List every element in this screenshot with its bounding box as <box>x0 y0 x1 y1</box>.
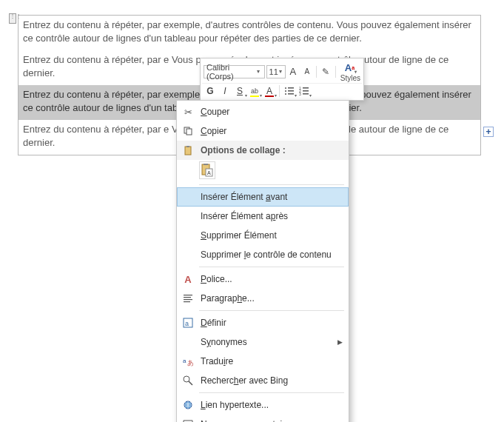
styles-button[interactable]: Aa▾ <box>343 61 356 74</box>
separator <box>199 184 344 185</box>
svg-rect-20 <box>184 295 192 295</box>
shrink-font-button[interactable]: A <box>300 65 313 78</box>
paragraph-icon <box>181 292 195 305</box>
svg-rect-7 <box>303 87 309 89</box>
chevron-down-icon: ▾ <box>278 68 283 75</box>
svg-rect-14 <box>185 147 191 155</box>
font-icon: A <box>181 272 195 286</box>
svg-rect-11 <box>303 93 309 95</box>
menu-cut[interactable]: ✂ Couper <box>177 102 349 121</box>
underline-button[interactable]: S▾ <box>233 84 246 98</box>
menu-new-comment[interactable]: Nouveau commentaire <box>177 415 349 422</box>
separator <box>316 66 317 78</box>
separator <box>199 310 344 311</box>
menu-copy[interactable]: Copier <box>177 121 349 141</box>
search-icon <box>181 374 195 387</box>
comment-icon <box>181 418 195 422</box>
svg-point-4 <box>285 93 286 95</box>
menu-synonyms[interactable]: Synonymes ▶ <box>177 332 349 352</box>
svg-point-0 <box>285 87 286 89</box>
content-item-1[interactable]: Entrez du contenu à répéter, par exemple… <box>19 16 480 50</box>
styles-label: Styles <box>339 74 360 82</box>
font-size-value: 11 <box>269 67 278 76</box>
separator <box>279 85 280 97</box>
font-size-dropdown[interactable]: 11 ▾ <box>266 65 286 78</box>
svg-rect-22 <box>184 299 192 300</box>
grow-font-button[interactable]: A <box>287 65 300 78</box>
font-color-button[interactable]: A ▾ <box>263 84 276 98</box>
svg-rect-13 <box>187 129 192 135</box>
menu-translate[interactable]: aあ Traduire <box>177 352 349 371</box>
separator <box>335 66 336 78</box>
font-family-dropdown[interactable]: Calibri (Corps) ▾ <box>204 65 265 78</box>
italic-button[interactable]: I <box>218 84 232 98</box>
highlight-button[interactable]: ab ▾ <box>248 84 261 98</box>
svg-rect-5 <box>288 93 294 95</box>
menu-delete-control[interactable]: Supprimer le contrôle de contenu <box>177 245 349 264</box>
svg-text:a: a <box>185 320 189 327</box>
mini-toolbar: Calibri (Corps) ▾ 11 ▾ A A ✎ Aa▾ Styles … <box>200 58 364 101</box>
svg-line-29 <box>189 381 192 385</box>
menu-delete-item[interactable]: Supprimer Élément <box>177 226 349 245</box>
svg-text:3: 3 <box>299 92 301 96</box>
menu-search-bing[interactable]: Rechercher avec Bing <box>177 371 349 390</box>
separator <box>199 267 344 267</box>
svg-point-2 <box>285 90 286 92</box>
svg-rect-23 <box>184 301 190 302</box>
paste-keep-source-button[interactable]: A <box>199 161 215 179</box>
clipboard-icon <box>181 144 195 157</box>
menu-insert-after[interactable]: Insérer Élément après <box>177 207 349 226</box>
svg-point-28 <box>184 376 189 382</box>
chevron-down-icon: ▾ <box>255 68 261 75</box>
menu-insert-before[interactable]: Insérer Élément avant <box>177 187 349 207</box>
svg-text:a: a <box>183 358 187 364</box>
svg-rect-15 <box>187 146 189 147</box>
translate-icon: aあ <box>181 355 195 368</box>
submenu-arrow-icon: ▶ <box>337 338 343 346</box>
font-family-value: Calibri (Corps) <box>206 63 255 81</box>
svg-rect-17 <box>204 164 208 165</box>
copy-icon <box>181 124 195 138</box>
format-painter-button[interactable]: ✎ <box>320 65 332 78</box>
svg-text:あ: あ <box>187 359 193 366</box>
scissors-icon: ✂ <box>181 105 195 118</box>
menu-hyperlink[interactable]: Lien hypertexte... <box>177 395 349 415</box>
content-control-handle[interactable]: ⋮⋮ <box>9 13 16 24</box>
svg-rect-3 <box>288 90 294 92</box>
bullets-button[interactable]: ▾ <box>283 84 296 98</box>
menu-paste-options-header: Options de collage : <box>177 141 349 160</box>
svg-rect-21 <box>184 297 191 298</box>
svg-rect-1 <box>288 87 294 89</box>
separator <box>199 392 344 393</box>
numbering-button[interactable]: 123 ▾ <box>298 84 311 98</box>
menu-font[interactable]: A Police... <box>177 269 349 289</box>
menu-define[interactable]: a Définir <box>177 313 349 332</box>
bold-button[interactable]: G <box>204 84 217 98</box>
menu-paragraph[interactable]: Paragraphe... <box>177 289 349 308</box>
context-menu: ✂ Couper Copier Options de collage : A I… <box>176 100 349 422</box>
svg-rect-9 <box>303 90 309 92</box>
define-icon: a <box>181 316 195 329</box>
paste-options-row: A <box>177 160 349 182</box>
svg-text:A: A <box>207 170 211 175</box>
link-icon <box>181 398 195 412</box>
add-item-button[interactable]: + <box>483 127 494 137</box>
